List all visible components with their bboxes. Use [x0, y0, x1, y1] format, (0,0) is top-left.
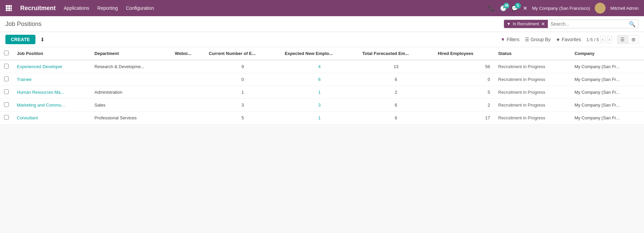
- cell-expected-new: 6: [281, 73, 358, 86]
- row-checkbox-cell[interactable]: [0, 112, 13, 124]
- svg-point-10: [596, 9, 604, 13]
- cell-company: My Company (San Fr...: [570, 112, 644, 124]
- select-all-checkbox[interactable]: [4, 51, 9, 55]
- search-input[interactable]: [548, 20, 626, 28]
- pagination: 1-5 / 5 ‹ ›: [586, 36, 612, 43]
- row-checkbox-cell[interactable]: [0, 86, 13, 99]
- cell-website: [171, 73, 205, 86]
- cell-total-forecasted: 2: [358, 86, 434, 99]
- favorites-button[interactable]: ★ Favorites: [556, 37, 581, 42]
- cell-department: Administration: [90, 86, 171, 99]
- row-checkbox-cell[interactable]: [0, 60, 13, 73]
- col-department[interactable]: Department: [90, 47, 171, 60]
- cell-company: My Company (San Fr...: [570, 73, 644, 86]
- cell-job-position[interactable]: Marketing and Commu...: [13, 99, 90, 112]
- svg-rect-4: [8, 7, 10, 9]
- view-toggle: ☰ ⊞: [617, 35, 639, 44]
- pagination-count: 1-5 / 5: [586, 37, 599, 42]
- cell-status: Recruitment in Progress: [494, 86, 570, 99]
- kanban-view-button[interactable]: ⊞: [628, 35, 639, 44]
- company-name: My Company (San Francisco): [532, 6, 590, 11]
- row-checkbox[interactable]: [4, 89, 9, 94]
- row-checkbox[interactable]: [4, 102, 9, 107]
- search-bar: ▼ In Recruitment ✕ 🔍: [504, 20, 639, 28]
- row-checkbox-cell[interactable]: [0, 99, 13, 112]
- cell-hired: 2: [434, 99, 494, 112]
- close-icon[interactable]: ✕: [523, 5, 527, 11]
- cell-current-employees: 3: [205, 99, 281, 112]
- col-current-employees[interactable]: Current Number of E...: [205, 47, 281, 60]
- search-magnifier-icon[interactable]: 🔍: [626, 21, 638, 27]
- col-expected-new[interactable]: Expected New Emplo...: [281, 47, 358, 60]
- job-positions-table: Job Position Department Websi... Current…: [0, 47, 644, 124]
- star-icon: ★: [556, 37, 560, 42]
- col-total-forecasted[interactable]: Total Forecasted Em...: [358, 47, 434, 60]
- cell-status: Recruitment in Progress: [494, 112, 570, 124]
- cell-total-forecasted: 13: [358, 60, 434, 73]
- favorites-label: Favorites: [562, 37, 581, 42]
- svg-rect-8: [10, 10, 12, 11]
- cell-website: [171, 99, 205, 112]
- avatar[interactable]: [595, 3, 606, 13]
- prev-page-button[interactable]: ‹: [600, 36, 605, 43]
- download-button[interactable]: ⬇: [38, 35, 47, 44]
- create-button[interactable]: CREATE: [5, 35, 35, 44]
- row-checkbox[interactable]: [4, 77, 9, 81]
- groupby-button[interactable]: ☰ Group By: [525, 37, 551, 42]
- calendar-icon[interactable]: 🕐 48: [500, 5, 507, 12]
- remove-filter-icon[interactable]: ✕: [541, 21, 545, 27]
- cell-current-employees: 5: [205, 112, 281, 124]
- filters-button[interactable]: ▼ Filters: [501, 37, 520, 42]
- nav-applications[interactable]: Applications: [64, 5, 89, 11]
- groupby-icon: ☰: [525, 37, 529, 42]
- col-hired-employees[interactable]: Hired Employees: [434, 47, 494, 60]
- cell-total-forecasted: 6: [358, 73, 434, 86]
- table-row[interactable]: Experienced Developer Research & Develop…: [0, 60, 644, 73]
- cell-expected-new: 4: [281, 60, 358, 73]
- table-row[interactable]: Trainee 0 6 6 0 Recruitment in Progress …: [0, 73, 644, 86]
- cell-job-position[interactable]: Trainee: [13, 73, 90, 86]
- nav-reporting[interactable]: Reporting: [97, 5, 118, 11]
- col-job-position[interactable]: Job Position: [13, 47, 90, 60]
- topnav-right: 📞 🕐 48 💬 5 ✕ My Company (San Francisco) …: [488, 3, 639, 13]
- svg-rect-2: [10, 5, 12, 7]
- subheader: Job Positions ▼ In Recruitment ✕ 🔍: [0, 16, 644, 32]
- kanban-view-icon: ⊞: [632, 37, 636, 42]
- cell-hired: 56: [434, 60, 494, 73]
- cell-website: [171, 112, 205, 124]
- next-page-button[interactable]: ›: [607, 36, 612, 43]
- nav-configuration[interactable]: Configuration: [126, 5, 154, 11]
- cell-job-position[interactable]: Experienced Developer: [13, 60, 90, 73]
- list-view-button[interactable]: ☰: [617, 35, 628, 44]
- col-status[interactable]: Status: [494, 47, 570, 60]
- cell-job-position[interactable]: Consultant: [13, 112, 90, 124]
- cell-status: Recruitment in Progress: [494, 73, 570, 86]
- col-website[interactable]: Websi...: [171, 47, 205, 60]
- search-filter-tag[interactable]: ▼ In Recruitment ✕: [504, 20, 548, 28]
- filter-icon: ▼: [507, 22, 511, 26]
- select-all-cell[interactable]: [0, 47, 13, 60]
- row-checkbox[interactable]: [4, 115, 9, 120]
- cell-hired: 0: [434, 73, 494, 86]
- cell-total-forecasted: 6: [358, 112, 434, 124]
- svg-rect-5: [10, 7, 12, 9]
- download-icon: ⬇: [40, 37, 45, 42]
- cell-website: [171, 86, 205, 99]
- cell-status: Recruitment in Progress: [494, 60, 570, 73]
- table-row[interactable]: Marketing and Commu... Sales 3 3 6 2 Rec…: [0, 99, 644, 112]
- filter-label: In Recruitment: [513, 22, 539, 26]
- col-company[interactable]: Company: [570, 47, 644, 60]
- row-checkbox-cell[interactable]: [0, 73, 13, 86]
- table-row[interactable]: Human Resources Ma... Administration 1 1…: [0, 86, 644, 99]
- cell-job-position[interactable]: Human Resources Ma...: [13, 86, 90, 99]
- message-badge: 5: [515, 3, 521, 9]
- message-icon[interactable]: 💬 5: [511, 5, 518, 12]
- phone-icon[interactable]: 📞: [488, 5, 495, 11]
- cell-company: My Company (San Fr...: [570, 86, 644, 99]
- groupby-label: Group By: [531, 37, 551, 42]
- cell-status: Recruitment in Progress: [494, 99, 570, 112]
- svg-rect-3: [6, 7, 8, 9]
- table-row[interactable]: Consultant Professional Services 5 1 6 1…: [0, 112, 644, 124]
- row-checkbox[interactable]: [4, 64, 9, 68]
- apps-grid-icon[interactable]: [5, 5, 12, 11]
